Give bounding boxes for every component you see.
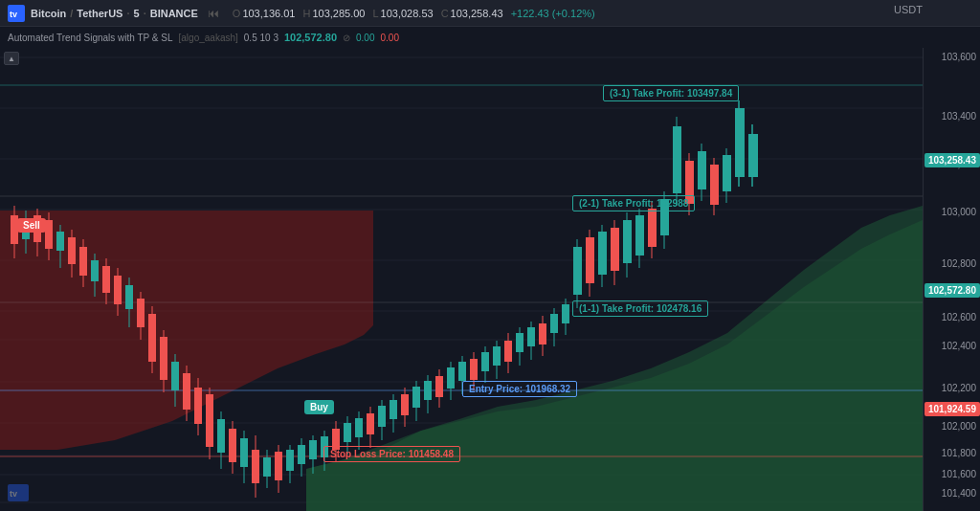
indicator-params: 0.5 10 3 — [244, 33, 278, 43]
svg-rect-107 — [493, 346, 501, 366]
indicator-author: [algo_aakash] — [179, 33, 238, 43]
svg-rect-97 — [435, 376, 443, 397]
svg-rect-59 — [217, 419, 225, 453]
buy-label: Buy — [304, 400, 334, 414]
svg-rect-113 — [527, 327, 535, 346]
svg-rect-81 — [344, 423, 351, 442]
svg-rect-127 — [611, 228, 619, 271]
price-tick-4: 103,000 — [924, 207, 976, 217]
quote-currency: TetherUS — [77, 8, 122, 19]
tp2-label: (2-1) Take Profit: 102988 — [572, 195, 695, 211]
replay-icon[interactable]: ⏮ — [208, 7, 219, 20]
svg-rect-147 — [735, 108, 745, 177]
settings-icon[interactable]: ⊘ — [343, 33, 350, 43]
svg-rect-31 — [56, 232, 64, 251]
svg-text:tv: tv — [10, 10, 17, 19]
svg-rect-37 — [91, 260, 99, 281]
svg-rect-141 — [698, 151, 706, 189]
price-change: +122.43 (+0.12%) — [511, 8, 595, 19]
tradingview-watermark: tv — [8, 484, 29, 503]
svg-rect-73 — [298, 445, 305, 464]
interval: 5 — [134, 8, 140, 19]
high-price: H 103,285.00 — [302, 8, 365, 19]
svg-rect-35 — [79, 247, 87, 276]
svg-rect-121 — [573, 247, 582, 295]
indicator-zero2: 0.00 — [380, 33, 398, 43]
svg-rect-85 — [367, 413, 374, 434]
indicator-bar: Automated Trend Signals with TP & SL [al… — [0, 27, 980, 48]
svg-rect-91 — [401, 394, 409, 415]
current-price-badge: 103,258.43 — [924, 153, 980, 167]
price-tick-12: 101,400 — [924, 488, 976, 499]
svg-rect-137 — [673, 126, 681, 193]
svg-rect-71 — [286, 450, 294, 471]
svg-rect-109 — [504, 341, 512, 362]
svg-rect-119 — [562, 304, 569, 323]
base-currency: Bitcoin — [31, 8, 66, 19]
svg-rect-83 — [355, 418, 363, 437]
entry-label: Entry Price: 101968.32 — [462, 381, 577, 397]
svg-rect-105 — [481, 352, 489, 371]
svg-rect-57 — [206, 394, 213, 447]
price-tick-11: 101,600 — [924, 469, 976, 479]
svg-rect-143 — [710, 165, 719, 205]
low-price: L 103,028.53 — [372, 8, 433, 19]
tp3-label: (3-1) Take Profit: 103497.84 — [603, 85, 739, 101]
price-tick-2: 103,400 — [924, 111, 976, 122]
price-tick-5: 102,800 — [924, 258, 976, 269]
svg-rect-129 — [623, 220, 632, 263]
svg-rect-51 — [171, 362, 179, 390]
indicator-zero1: 0.00 — [356, 33, 374, 43]
price-tick-1: 103,600 — [924, 52, 976, 62]
stop-price-badge: 101,924.59 — [924, 402, 980, 416]
svg-rect-111 — [516, 333, 523, 352]
svg-rect-149 — [748, 134, 758, 177]
svg-rect-99 — [447, 367, 455, 389]
tradingview-logo: tv — [8, 5, 25, 22]
sell-label: Sell — [17, 218, 46, 233]
price-tick-6: 102,600 — [924, 312, 976, 322]
collapse-button[interactable]: ▲ — [4, 52, 19, 65]
svg-rect-33 — [68, 237, 76, 264]
svg-rect-133 — [648, 209, 657, 247]
svg-rect-29 — [45, 220, 53, 249]
svg-rect-117 — [550, 314, 558, 333]
sep1: / — [70, 8, 73, 19]
svg-rect-63 — [240, 438, 248, 467]
svg-rect-131 — [635, 215, 644, 256]
close-price: C 103,258.43 — [441, 8, 503, 19]
svg-rect-103 — [470, 359, 478, 380]
price-tick-9: 102,000 — [924, 421, 976, 432]
svg-rect-89 — [390, 400, 397, 419]
svg-rect-45 — [137, 299, 145, 327]
svg-rect-55 — [194, 388, 202, 424]
price-tick-10: 101,800 — [924, 448, 976, 458]
price-tick-8: 102,200 — [924, 383, 976, 393]
svg-rect-53 — [183, 373, 190, 410]
exchange: BINANCE — [150, 8, 198, 19]
svg-rect-87 — [378, 406, 386, 427]
svg-text:tv: tv — [10, 489, 17, 499]
svg-rect-47 — [148, 314, 156, 362]
svg-rect-115 — [539, 323, 546, 344]
svg-rect-95 — [424, 381, 432, 400]
sep3: · — [144, 8, 146, 19]
svg-rect-93 — [412, 387, 420, 408]
svg-rect-43 — [125, 285, 133, 309]
svg-rect-65 — [252, 450, 259, 483]
indicator-value: 102,572.80 — [284, 32, 337, 43]
svg-rect-69 — [275, 452, 282, 480]
svg-rect-41 — [114, 276, 122, 304]
indicator-name: Automated Trend Signals with TP & SL — [8, 33, 173, 43]
chart-area[interactable] — [0, 48, 923, 511]
stop-loss-label: Stop Loss Price: 101458.48 — [323, 446, 460, 462]
open-price: O 103,136.01 — [233, 8, 296, 19]
svg-rect-61 — [229, 429, 236, 462]
svg-rect-125 — [598, 232, 607, 275]
svg-rect-49 — [160, 337, 167, 380]
svg-rect-123 — [586, 237, 594, 283]
svg-rect-75 — [309, 440, 317, 459]
svg-rect-101 — [458, 362, 466, 381]
candlestick-chart — [0, 48, 923, 511]
svg-rect-39 — [102, 266, 110, 293]
